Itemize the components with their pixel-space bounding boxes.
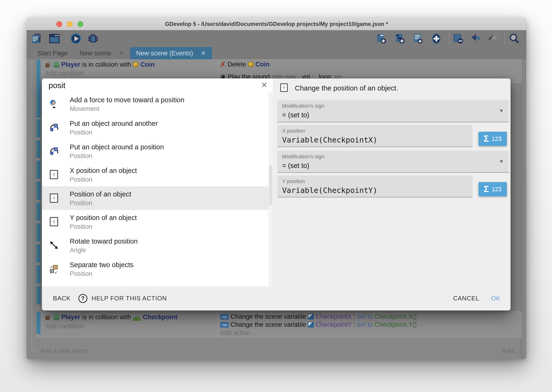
- field-value: Variable(CheckpointY): [282, 186, 378, 195]
- toolbar-divider: [505, 33, 505, 44]
- event-selection-bar: [36, 244, 41, 262]
- add-more-link[interactable]: Add...: [502, 347, 519, 355]
- coin-icon: [248, 62, 254, 67]
- action-detail-panel: Change the position of an object. Modifi…: [273, 78, 511, 286]
- field-value: = (set to): [282, 111, 309, 119]
- action-group: Position: [70, 223, 92, 230]
- event-selection-bar: [36, 312, 41, 334]
- event-selection-bar: [36, 140, 41, 158]
- search-icon[interactable]: [508, 33, 520, 45]
- project-manager-icon[interactable]: [30, 33, 42, 45]
- variable-badge-icon: Var: [220, 322, 229, 328]
- search-input[interactable]: posit: [48, 78, 65, 92]
- object-name: Player: [61, 61, 80, 68]
- put-around-icon: [49, 123, 59, 132]
- tab-new-scene[interactable]: New scene ✕: [74, 47, 130, 59]
- clear-search-icon[interactable]: ✕: [259, 78, 269, 92]
- toolbar-divider: [449, 33, 449, 44]
- row-separator: [36, 222, 42, 222]
- action-title: X position of an object: [70, 167, 137, 175]
- position-icon: [49, 217, 59, 227]
- condition-row[interactable]: Player is in collision with Coin: [45, 61, 154, 68]
- modification-sign-select-2[interactable]: Modification's sign = (set to) ▼: [277, 151, 509, 173]
- close-tab-icon[interactable]: ✕: [119, 50, 124, 56]
- redo-icon[interactable]: [487, 33, 499, 45]
- instruction-editor-dialog: posit ✕ Add a force to move toward a pos…: [42, 78, 511, 310]
- desktop: GDevelop 5 - /Users/david/Documents/GDev…: [0, 0, 552, 392]
- action-row[interactable]: Var Change the scene variable Checkpoint…: [220, 313, 417, 320]
- back-button[interactable]: BACK: [53, 286, 71, 310]
- condition-text: is in collision with: [82, 61, 131, 68]
- action-title: Put an object around a position: [70, 143, 164, 151]
- action-group: Position: [70, 200, 92, 207]
- x-expression-editor-button[interactable]: Σ 123: [478, 132, 507, 146]
- list-item[interactable]: Y position of an object Position: [42, 210, 273, 233]
- list-item[interactable]: ↗↙ Separate two objects Position: [42, 257, 273, 280]
- cancel-button[interactable]: CANCEL: [453, 286, 479, 310]
- window-title: GDevelop 5 - /Users/david/Documents/GDev…: [27, 18, 526, 30]
- y-expression-editor-button[interactable]: Σ 123: [478, 182, 507, 196]
- add-event-icon[interactable]: [375, 33, 388, 45]
- scene-editor-icon[interactable]: [48, 33, 61, 45]
- row-separator: [36, 180, 42, 181]
- list-item[interactable]: Rotate toward position Angle: [42, 233, 273, 257]
- modification-sign-select-1[interactable]: Modification's sign = (set to) ▼: [277, 100, 509, 122]
- checkpoint-icon: [133, 317, 141, 321]
- tab-new-scene-events[interactable]: New scene (Events) ✕: [130, 47, 212, 59]
- chevron-down-icon: ▼: [499, 108, 504, 113]
- move-toward-icon: [49, 99, 59, 109]
- toolbar: [27, 30, 526, 47]
- action-group: Angle: [70, 247, 86, 254]
- play-icon[interactable]: [70, 33, 82, 45]
- operator-text: set to: [357, 321, 373, 328]
- add-condition-link[interactable]: Add condition: [45, 70, 84, 77]
- y-position-field[interactable]: Y position Variable(CheckpointY): [277, 175, 473, 197]
- add-comment-icon[interactable]: [412, 33, 425, 45]
- expression-text: Checkpoint.Y(): [375, 321, 417, 328]
- list-item-selected[interactable]: Position of an object Position: [42, 186, 269, 210]
- list-item[interactable]: Put an object around a position Position: [42, 139, 273, 163]
- add-subevent-icon[interactable]: [394, 33, 406, 45]
- player-sprite-icon: [54, 62, 59, 68]
- add-condition-link[interactable]: Add condition: [45, 323, 84, 330]
- help-button-label[interactable]: HELP FOR THIS ACTION: [92, 286, 167, 310]
- action-title: Position of an object: [70, 190, 131, 198]
- coin-icon: [133, 62, 138, 67]
- add-circle-icon[interactable]: [430, 33, 442, 45]
- object-cube-icon: [45, 62, 52, 68]
- debug-icon[interactable]: [87, 33, 99, 45]
- add-new-event-link[interactable]: Add a new event: [40, 347, 88, 355]
- ok-button[interactable]: OK: [491, 286, 500, 310]
- undo-icon[interactable]: [470, 33, 482, 45]
- list-item[interactable]: Put an object around another Position: [42, 116, 273, 139]
- event-selection-bar: [36, 161, 41, 179]
- delete-cross-icon: ✗: [220, 61, 226, 68]
- list-scrollbar-thumb[interactable]: [269, 165, 272, 205]
- help-button[interactable]: ?: [78, 286, 87, 310]
- field-label: Y position: [282, 178, 305, 184]
- event-selection-bar: [36, 203, 41, 221]
- tab-start-page[interactable]: Start Page: [31, 47, 74, 59]
- event-selection-bar: [36, 223, 41, 241]
- position-icon: [49, 193, 59, 203]
- add-action-link[interactable]: Add action: [220, 329, 250, 337]
- dialog-footer: BACK ? HELP FOR THIS ACTION CANCEL OK: [42, 286, 511, 310]
- action-results-list: Add a force to move toward a position Mo…: [42, 92, 273, 286]
- list-item[interactable]: Add a force to move toward a position Mo…: [42, 92, 273, 116]
- action-row[interactable]: Var Change the scene variable Checkpoint…: [220, 321, 417, 328]
- list-item[interactable]: X position of an object Position: [42, 163, 273, 186]
- event-selection-bar: [36, 119, 41, 137]
- put-around-icon: [49, 146, 59, 156]
- tab-label: New scene: [80, 50, 111, 57]
- colon: :: [353, 321, 355, 328]
- remove-selection-icon[interactable]: [452, 33, 464, 45]
- action-row[interactable]: ✗ Delete Coin: [220, 61, 270, 68]
- tab-label: Start Page: [37, 50, 68, 57]
- search-bar[interactable]: posit ✕: [42, 78, 273, 92]
- close-tab-icon[interactable]: ✕: [201, 50, 206, 56]
- variable-name: CheckpointY: [316, 321, 352, 328]
- list-scrollbar[interactable]: [269, 92, 273, 286]
- x-position-field[interactable]: X position Variable(CheckpointX): [277, 125, 473, 147]
- condition-row[interactable]: Player is in collision with Checkpoint: [45, 313, 177, 321]
- expression-button-label: 123: [492, 135, 502, 142]
